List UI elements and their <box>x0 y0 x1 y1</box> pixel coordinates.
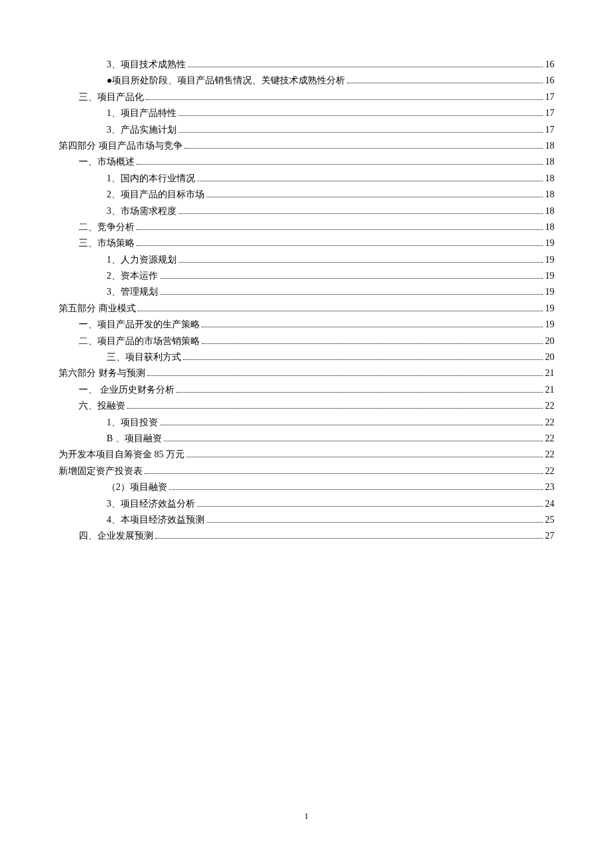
toc-entry: 第四部分 项目产品市场与竞争18 <box>59 140 554 156</box>
toc-entry: 3、市场需求程度18 <box>59 205 554 221</box>
toc-leader <box>160 278 543 279</box>
toc-leader <box>137 164 543 165</box>
toc-entry: 为开发本项目自筹资金 85 万元22 <box>59 449 554 465</box>
toc-page: 19 <box>545 255 554 265</box>
toc-label: 一、市场概述 <box>79 156 135 168</box>
toc-label: 1、项目投资 <box>107 417 158 429</box>
toc-page: 18 <box>545 157 554 167</box>
toc-entry: 1、人力资源规划19 <box>59 254 554 270</box>
toc-page: 18 <box>545 206 554 217</box>
toc-label: 3、市场需求程度 <box>107 205 177 217</box>
toc-label: 新增固定资产投资表 <box>59 465 143 477</box>
toc-leader <box>177 392 544 393</box>
toc-entry: 四、企业发展预测27 <box>59 530 554 546</box>
toc-entry: ●项目所处阶段、项目产品销售情况、关键技术成熟性分析16 <box>59 75 554 91</box>
toc-page: 22 <box>545 417 554 428</box>
toc-label: 1、国内的本行业情况 <box>107 173 195 185</box>
toc-entry: 2、资本运作19 <box>59 270 554 286</box>
toc-leader <box>202 343 543 344</box>
toc-leader <box>160 425 543 425</box>
toc-entry: 第五部分 商业模式19 <box>59 303 554 319</box>
toc-leader <box>197 506 543 507</box>
toc-leader <box>188 67 543 67</box>
toc-leader <box>179 262 543 263</box>
toc-label: 三、项目获利方式 <box>107 351 181 363</box>
toc-leader <box>347 83 543 83</box>
toc-page: 25 <box>545 515 554 525</box>
toc-entry: 1、项目产品特性17 <box>59 107 554 123</box>
toc-page: 19 <box>545 319 554 330</box>
toc-page: 24 <box>545 499 554 509</box>
toc-entry: 第六部分 财务与预测21 <box>59 367 554 383</box>
toc-entry: 一、市场概述18 <box>59 156 554 172</box>
toc-leader <box>145 473 543 474</box>
toc-leader <box>202 327 543 327</box>
toc-entry: （2）项目融资23 <box>59 481 554 497</box>
toc-entry: 3、项目经济效益分析24 <box>59 498 554 514</box>
toc-page: 17 <box>545 92 554 103</box>
toc-leader <box>146 99 543 100</box>
toc-leader <box>137 229 543 230</box>
toc-leader <box>155 538 543 539</box>
toc-entry: 2、项目产品的目标市场18 <box>59 189 554 205</box>
toc-label: 一、 企业历史财务分析 <box>79 384 175 396</box>
toc-entry: 3、管理规划19 <box>59 286 554 302</box>
toc-page: 18 <box>545 141 554 151</box>
toc-label: 2、项目产品的目标市场 <box>107 189 205 201</box>
toc-page: 22 <box>545 449 554 460</box>
toc-leader <box>137 245 543 246</box>
toc-leader <box>179 132 543 133</box>
page-number: 1 <box>0 811 613 821</box>
toc-entry: 3、项目技术成熟性16 <box>59 59 554 75</box>
toc-entry: 一、项目产品开发的生产策略19 <box>59 319 554 335</box>
toc-entry: 二、项目产品的市场营销策略20 <box>59 335 554 351</box>
toc-page: 21 <box>545 385 554 395</box>
toc-entry: 1、项目投资22 <box>59 417 554 433</box>
toc-label: B 、项目融资 <box>107 433 162 445</box>
toc-leader <box>160 294 543 295</box>
toc-page: 27 <box>545 531 554 541</box>
toc-entry: 三、项目获利方式20 <box>59 351 554 367</box>
toc-entry: 三、市场策略19 <box>59 237 554 253</box>
toc-page: 19 <box>545 287 554 297</box>
toc-entry: 4、本项目经济效益预测25 <box>59 514 554 530</box>
toc-label: 3、项目经济效益分析 <box>107 498 195 510</box>
toc-page: 16 <box>545 59 554 70</box>
toc-label: 六、投融资 <box>79 400 125 412</box>
toc-page: 19 <box>545 271 554 281</box>
toc-label: 第六部分 财务与预测 <box>59 367 145 379</box>
toc-entry: 3、产品实施计划17 <box>59 124 554 140</box>
table-of-contents: 3、项目技术成熟性16●项目所处阶段、项目产品销售情况、关键技术成熟性分析16三… <box>59 59 554 547</box>
toc-entry: 二、竞争分析18 <box>59 221 554 237</box>
toc-entry: 新增固定资产投资表22 <box>59 465 554 481</box>
toc-leader <box>127 408 543 409</box>
toc-page: 17 <box>545 108 554 119</box>
toc-label: 1、项目产品特性 <box>107 107 177 119</box>
toc-leader <box>164 441 543 441</box>
toc-label: 3、产品实施计划 <box>107 124 177 136</box>
toc-entry: 1、国内的本行业情况18 <box>59 173 554 189</box>
toc-leader <box>183 359 543 360</box>
toc-leader <box>147 375 544 376</box>
toc-label: 2、资本运作 <box>107 270 158 282</box>
toc-page: 18 <box>545 189 554 200</box>
toc-page: 20 <box>545 352 554 363</box>
toc-leader <box>197 181 543 181</box>
toc-label: 4、本项目经济效益预测 <box>107 514 205 526</box>
toc-label: ●项目所处阶段、项目产品销售情况、关键技术成熟性分析 <box>107 75 345 87</box>
toc-page: 18 <box>545 173 554 184</box>
toc-label: （2）项目融资 <box>107 481 167 493</box>
toc-page: 20 <box>545 336 554 347</box>
toc-page: 19 <box>545 303 554 314</box>
toc-label: 为开发本项目自筹资金 85 万元 <box>59 449 185 461</box>
toc-page: 17 <box>545 125 554 135</box>
toc-label: 1、人力资源规划 <box>107 254 177 266</box>
toc-entry: 六、投融资22 <box>59 400 554 416</box>
toc-page: 22 <box>545 401 554 411</box>
toc-page: 16 <box>545 75 554 86</box>
toc-leader <box>207 197 543 197</box>
toc-page: 21 <box>545 368 554 379</box>
toc-leader <box>187 457 543 457</box>
toc-label: 一、项目产品开发的生产策略 <box>79 319 200 331</box>
toc-leader <box>179 115 543 116</box>
